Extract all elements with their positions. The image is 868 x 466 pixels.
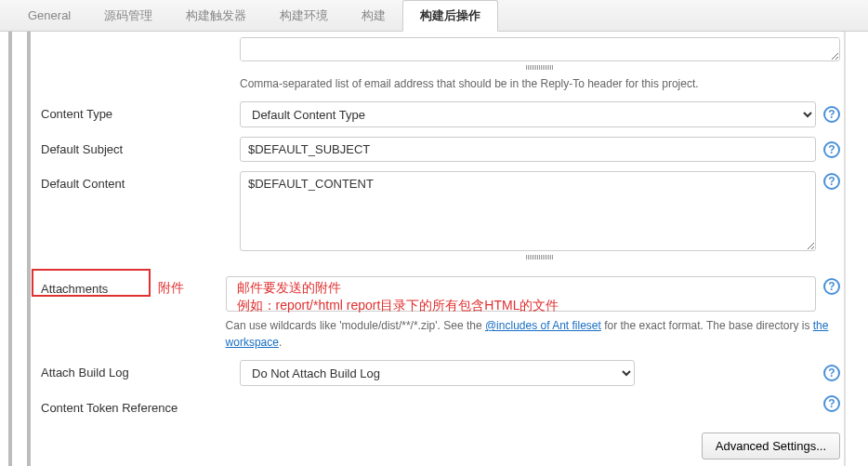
help-icon[interactable]: ? bbox=[823, 173, 840, 190]
attachments-desc: Can use wildcards like 'module/dist/**/*… bbox=[226, 317, 840, 351]
help-icon[interactable]: ? bbox=[823, 278, 840, 295]
attach-build-log-label: Attach Build Log bbox=[41, 360, 240, 379]
tab-scm[interactable]: 源码管理 bbox=[87, 0, 169, 31]
default-content-label: Default Content bbox=[41, 171, 240, 191]
section-rail-inner bbox=[27, 32, 31, 466]
reply-to-desc: Comma-separated list of email address th… bbox=[240, 75, 840, 92]
content-type-select[interactable]: Default Content Type bbox=[240, 101, 816, 127]
default-subject-label: Default Subject bbox=[41, 137, 240, 156]
attachments-label: Attachments 附件 bbox=[41, 276, 226, 296]
reply-to-input[interactable] bbox=[240, 37, 840, 61]
advanced-settings-button[interactable]: Advanced Settings... bbox=[702, 433, 840, 459]
ant-fileset-link[interactable]: @includes of Ant fileset bbox=[485, 319, 601, 332]
section-rail-outer bbox=[8, 32, 12, 466]
content-type-label: Content Type bbox=[41, 101, 240, 121]
default-content-input[interactable]: $DEFAULT_CONTENT bbox=[240, 171, 816, 251]
right-rail bbox=[844, 32, 846, 466]
attach-build-log-select[interactable]: Do Not Attach Build Log bbox=[240, 360, 635, 386]
help-icon[interactable]: ? bbox=[823, 141, 840, 158]
attachments-input[interactable] bbox=[226, 276, 816, 312]
resize-grip-icon[interactable] bbox=[526, 255, 554, 260]
tab-post-build-actions[interactable]: 构建后操作 bbox=[402, 0, 498, 32]
help-icon[interactable]: ? bbox=[823, 106, 840, 123]
annotation-side-text: 附件 bbox=[158, 280, 184, 297]
help-icon[interactable]: ? bbox=[823, 365, 840, 381]
config-tabbar: General 源码管理 构建触发器 构建环境 构建 构建后操作 bbox=[0, 0, 868, 32]
tab-general[interactable]: General bbox=[11, 0, 87, 31]
default-subject-input[interactable] bbox=[240, 137, 816, 162]
tab-build-triggers[interactable]: 构建触发器 bbox=[169, 0, 263, 31]
tab-build[interactable]: 构建 bbox=[345, 0, 402, 31]
content-token-reference-label: Content Token Reference bbox=[41, 395, 240, 415]
tab-build-env[interactable]: 构建环境 bbox=[263, 0, 345, 31]
help-icon[interactable]: ? bbox=[823, 395, 840, 412]
resize-grip-icon[interactable] bbox=[526, 65, 554, 70]
